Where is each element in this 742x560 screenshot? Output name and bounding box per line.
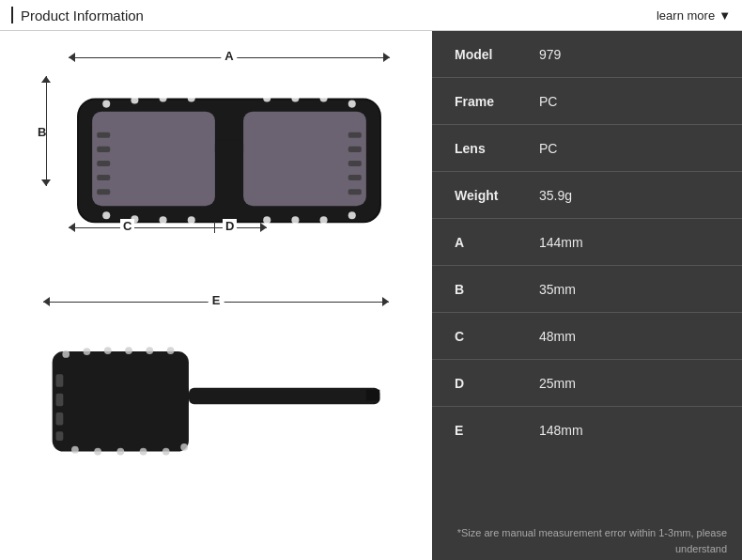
- spec-value: 148mm: [539, 423, 583, 438]
- svg-rect-13: [97, 147, 110, 152]
- svg-point-5: [131, 97, 138, 104]
- spec-key: E: [455, 423, 539, 438]
- spec-row-frame: Frame PC: [432, 78, 742, 125]
- spec-value: 35mm: [539, 282, 576, 297]
- svg-point-37: [146, 347, 153, 354]
- svg-rect-2: [243, 112, 366, 207]
- svg-point-46: [140, 448, 147, 456]
- spec-key: Weight: [455, 188, 539, 203]
- svg-point-33: [62, 350, 70, 358]
- side-view: E: [28, 294, 394, 491]
- spec-value: PC: [539, 141, 557, 156]
- svg-point-6: [160, 95, 167, 102]
- spec-row-weight: Weight 35.9g: [432, 172, 742, 219]
- spec-row-d: D 25mm: [432, 360, 742, 407]
- dim-a-label: A: [221, 49, 237, 63]
- svg-point-9: [291, 95, 299, 102]
- spec-key: Frame: [455, 94, 539, 109]
- page-header: Product Information learn more ▼: [0, 0, 742, 31]
- dim-d-label: D: [223, 219, 237, 233]
- svg-rect-19: [348, 161, 362, 166]
- spec-value: 979: [539, 47, 561, 62]
- spec-key: Model: [455, 47, 539, 62]
- svg-point-22: [102, 211, 110, 219]
- svg-point-11: [348, 101, 356, 108]
- arrow-left: [69, 53, 75, 62]
- spec-key: C: [455, 329, 539, 344]
- svg-rect-30: [189, 388, 379, 404]
- svg-rect-20: [348, 175, 362, 180]
- arrow-right: [383, 53, 390, 62]
- specs-section: Model 979 Frame PC Lens PC Weight 35.9g …: [432, 31, 742, 560]
- spec-value: PC: [539, 94, 557, 109]
- svg-rect-14: [97, 161, 110, 166]
- arrow-left: [43, 297, 50, 306]
- svg-point-35: [104, 347, 112, 354]
- spec-value: 25mm: [539, 376, 576, 391]
- dim-b-line: B: [46, 76, 47, 186]
- dropdown-icon: ▼: [719, 8, 731, 23]
- spec-row-b: B 35mm: [432, 266, 742, 313]
- dim-e-line: E: [43, 302, 389, 303]
- svg-point-10: [320, 95, 328, 102]
- glasses-side-image: [43, 315, 389, 479]
- arrow-right: [382, 297, 389, 306]
- arrow-left: [69, 223, 75, 232]
- svg-rect-40: [56, 394, 64, 407]
- svg-point-36: [125, 347, 132, 354]
- dim-a-line: A: [69, 57, 390, 58]
- svg-point-38: [167, 347, 175, 354]
- spec-key: Lens: [455, 141, 539, 156]
- front-view: A B: [42, 50, 390, 285]
- spec-key: A: [455, 235, 539, 250]
- dim-c-line: C: [69, 227, 214, 228]
- arrow-down: [41, 179, 51, 186]
- svg-point-44: [94, 448, 101, 456]
- glasses-side-svg: [43, 315, 389, 479]
- arrow-up: [41, 76, 51, 83]
- spec-value: 35.9g: [539, 188, 572, 203]
- dim-c-label: C: [120, 219, 134, 233]
- diagram-section: A B: [0, 31, 432, 560]
- svg-rect-21: [348, 189, 362, 194]
- svg-rect-42: [56, 431, 64, 441]
- spec-row-lens: Lens PC: [432, 125, 742, 172]
- spec-row-model: Model 979: [432, 31, 742, 78]
- svg-rect-3: [215, 140, 243, 157]
- spec-row-a: A 144mm: [432, 219, 742, 266]
- dim-e-label: E: [209, 293, 224, 307]
- dim-b-arrow: B: [46, 76, 47, 186]
- learn-more-label: learn more: [657, 8, 715, 23]
- svg-rect-39: [56, 374, 64, 387]
- svg-rect-41: [56, 412, 64, 426]
- svg-rect-32: [53, 351, 189, 452]
- specs-table: Model 979 Frame PC Lens PC Weight 35.9g …: [432, 31, 742, 454]
- svg-point-7: [188, 95, 195, 102]
- arrow-right: [260, 223, 267, 232]
- dim-b-label: B: [38, 122, 46, 140]
- svg-rect-12: [97, 132, 110, 138]
- svg-rect-16: [97, 189, 110, 194]
- spec-key: B: [455, 282, 539, 297]
- main-content: A B: [0, 31, 742, 560]
- dim-cd-row: C D: [69, 222, 390, 233]
- spec-value: 144mm: [539, 235, 583, 250]
- spec-row-c: C 48mm: [432, 313, 742, 360]
- dim-a-arrow: A: [69, 57, 390, 58]
- svg-point-34: [84, 348, 91, 355]
- learn-more-button[interactable]: learn more ▼: [657, 8, 731, 23]
- svg-point-8: [263, 95, 271, 102]
- svg-marker-49: [366, 390, 380, 401]
- svg-rect-15: [97, 175, 110, 180]
- header-divider: [11, 7, 13, 23]
- svg-point-4: [102, 101, 110, 108]
- dim-d-line: D: [215, 227, 267, 228]
- svg-point-29: [348, 211, 356, 219]
- spec-value: 48mm: [539, 329, 576, 344]
- spec-note: *Size are manual measurement error withi…: [432, 518, 742, 560]
- dim-e-arrow: E: [43, 302, 389, 303]
- spec-key: D: [455, 376, 539, 391]
- spec-row-e: E 148mm: [432, 407, 742, 454]
- svg-rect-18: [348, 147, 362, 152]
- svg-rect-1: [92, 112, 215, 207]
